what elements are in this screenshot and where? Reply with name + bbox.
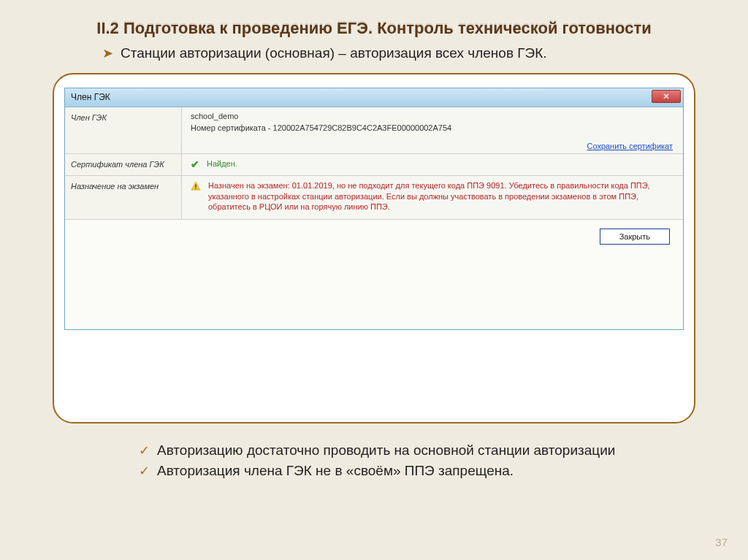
note-1: Авторизацию достаточно проводить на осно… [157,442,615,459]
content-frame: Член ГЭК ✕ Член ГЭК school_demo Номер се… [53,73,695,423]
svg-rect-2 [195,188,196,188]
save-certificate-link[interactable]: Сохранить сертификат [587,142,673,150]
certificate-number: Номер сертификата - 120002A754729C82B9C4… [191,123,674,132]
dialog-title: Член ГЭК [71,92,110,102]
dialog-footer: Закрыть [65,220,683,329]
window-close-button[interactable]: ✕ [652,90,681,103]
warning-icon [191,181,201,191]
dialog-window: Член ГЭК ✕ Член ГЭК school_demo Номер се… [64,88,684,330]
dialog-titlebar: Член ГЭК ✕ [65,88,683,107]
assignment-warning-text: Назначен на экзамен: 01.01.2019, но не п… [208,180,674,213]
row-label-certificate: Сертификат члена ГЭК [65,154,182,175]
checkmark-icon: ✔ [191,158,199,170]
note-2: Авторизация члена ГЭК не в «своём» ППЭ з… [157,463,514,479]
row-label-assignment: Назначение на экзамен [65,176,182,219]
arrow-bullet-icon: ➤ [102,45,113,61]
row-label-member: Член ГЭК [65,107,182,153]
certificate-status: Найден. [207,159,237,168]
subtitle-text: Станции авторизации (основная) – авториз… [121,45,547,61]
check-bullet-icon: ✓ [139,442,150,459]
page-number: 37 [715,536,728,548]
svg-rect-1 [195,184,196,187]
close-button[interactable]: Закрыть [600,229,670,245]
slide-title: II.2 Подготовка к проведению ЕГЭ. Контро… [29,18,719,39]
check-bullet-icon: ✓ [139,463,150,479]
school-name: school_demo [191,112,674,120]
